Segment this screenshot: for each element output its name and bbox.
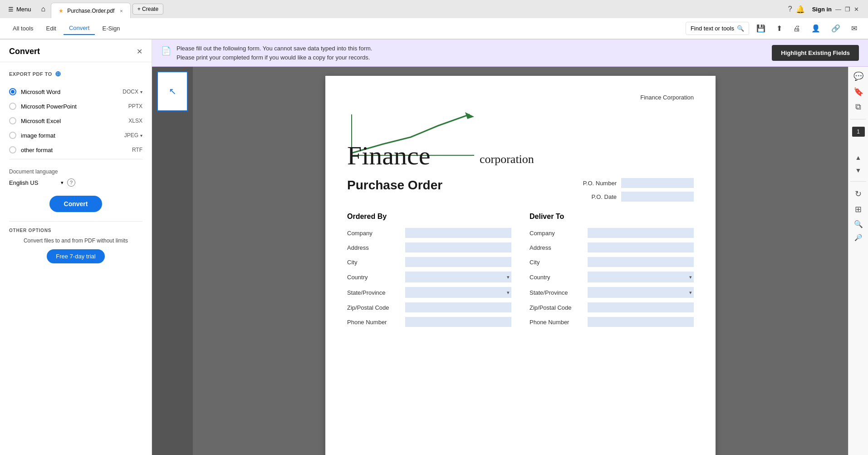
po-date-input[interactable]: [621, 192, 694, 202]
ob-country-dropdown[interactable]: ▾: [405, 272, 511, 282]
bookmark-icon[interactable]: 🔖: [853, 87, 863, 97]
zoom-out-icon[interactable]: 🔎: [854, 234, 862, 241]
new-tab-button[interactable]: + Create: [132, 4, 163, 15]
minimize-button[interactable]: —: [835, 6, 841, 13]
dt-company-row: Company: [530, 228, 694, 238]
radio-image[interactable]: [9, 132, 16, 139]
share-icon[interactable]: ⬆: [773, 21, 786, 35]
help-icon-lang[interactable]: ?: [67, 178, 75, 187]
maximize-button[interactable]: ❐: [845, 6, 850, 13]
help-icon[interactable]: ?: [788, 5, 792, 13]
dt-phone-input[interactable]: [588, 317, 694, 327]
corporation-text: corporation: [480, 153, 534, 166]
image-format-text: JPEG: [124, 132, 138, 138]
add-export-icon[interactable]: ⊕: [55, 69, 61, 78]
dt-zip-input[interactable]: [588, 302, 694, 312]
pdf-scroll-area[interactable]: Finance Corporation Finance: [193, 67, 848, 455]
radio-other[interactable]: [9, 146, 16, 153]
ob-zip-input[interactable]: [405, 302, 511, 312]
convert-button[interactable]: Convert: [64, 22, 95, 35]
po-number-input[interactable]: [621, 178, 694, 188]
data-grid-icon[interactable]: ⊞: [855, 204, 862, 214]
notification-text: 📄 Please fill out the following form. Yo…: [161, 44, 372, 62]
deliver-to-section: Deliver To Company Address City: [530, 213, 694, 331]
home-button[interactable]: ⌂: [38, 3, 49, 15]
dt-city-label: City: [530, 259, 584, 266]
save-icon[interactable]: 💾: [753, 21, 769, 35]
browser-chrome: ☰ Menu ⌂ ★ Purchase.Order.pdf × + Create…: [0, 0, 868, 40]
radio-word[interactable]: [9, 88, 16, 95]
image-format[interactable]: JPEG ▾: [124, 132, 142, 138]
find-button[interactable]: Find text or tools 🔍: [686, 22, 749, 35]
dt-country-dropdown[interactable]: ▾: [588, 272, 694, 282]
ordered-by-title: Ordered By: [347, 213, 511, 221]
scroll-up-icon[interactable]: ▲: [855, 154, 862, 161]
ob-state-dropdown[interactable]: ▾: [405, 287, 511, 298]
radio-pptx[interactable]: [9, 103, 16, 110]
dt-city-input[interactable]: [588, 257, 694, 267]
finance-text: Finance: [347, 143, 431, 169]
edit-button[interactable]: Edit: [41, 22, 62, 35]
export-option-excel[interactable]: Microsoft Excel XLSX: [9, 114, 142, 128]
export-option-image[interactable]: image format JPEG ▾: [9, 128, 142, 143]
zoom-in-icon[interactable]: 🔍: [854, 220, 863, 228]
dt-state-dropdown[interactable]: ▾: [588, 287, 694, 298]
export-option-pptx[interactable]: Microsoft PowerPoint PPTX: [9, 99, 142, 114]
company-name-top: Finance Corporation: [347, 94, 694, 101]
all-tools-button[interactable]: All tools: [7, 22, 39, 35]
other-format: RTF: [132, 147, 142, 153]
right-tools-panel: 💬 🔖 ⧉ 1 ▲ ▼ ↻ ⊞ 🔍 🔎: [848, 67, 868, 455]
pdf-thumbnail-1[interactable]: ↖: [157, 71, 188, 111]
language-dropdown[interactable]: English US ▾: [9, 179, 64, 186]
dt-address-input[interactable]: [588, 242, 694, 252]
active-tab[interactable]: ★ Purchase.Order.pdf ×: [51, 3, 131, 18]
ob-company-input[interactable]: [405, 228, 511, 238]
account-icon[interactable]: 👤: [808, 21, 824, 35]
panel-header: Convert ✕: [0, 40, 152, 62]
tab-close-button[interactable]: ×: [120, 8, 123, 14]
menu-button[interactable]: ☰ Menu: [4, 4, 36, 15]
link-icon[interactable]: 🔗: [828, 21, 844, 35]
word-label: Microsoft Word: [21, 89, 60, 95]
panel-title: Convert: [9, 47, 40, 56]
esign-button[interactable]: E-Sign: [97, 22, 125, 35]
layers-icon[interactable]: ⧉: [855, 102, 861, 112]
scroll-down-icon[interactable]: ▼: [855, 167, 862, 174]
ob-address-label: Address: [347, 244, 402, 251]
highlight-existing-fields-button[interactable]: Highlight Existing Fields: [772, 45, 859, 61]
notification-icon[interactable]: 🔔: [796, 5, 805, 14]
toolbar-right: Find text or tools 🔍 💾 ⬆ 🖨 👤 🔗 ✉: [686, 21, 861, 35]
pptx-label: Microsoft PowerPoint: [21, 103, 77, 110]
ob-country-dropdown-arrow: ▾: [507, 274, 510, 280]
refresh-icon[interactable]: ↻: [855, 189, 862, 199]
dt-state-label: State/Province: [530, 289, 584, 296]
ob-state-label: State/Province: [347, 289, 402, 296]
sign-in-button[interactable]: Sign in: [812, 6, 832, 13]
po-date-row: P.O. Date: [580, 192, 694, 202]
trial-button[interactable]: Free 7-day trial: [47, 249, 104, 263]
chat-icon[interactable]: 💬: [853, 71, 863, 81]
mail-icon[interactable]: ✉: [848, 21, 861, 35]
export-label-text: EXPORT PDF TO: [9, 71, 52, 77]
pdf-viewer: 📄 Please fill out the following form. Yo…: [152, 40, 868, 455]
pptx-format: PPTX: [128, 103, 142, 109]
word-format[interactable]: DOCX ▾: [123, 89, 142, 95]
panel-close-button[interactable]: ✕: [137, 47, 142, 56]
ob-phone-input[interactable]: [405, 317, 511, 327]
dt-country-dropdown-arrow: ▾: [689, 274, 692, 280]
dt-company-input[interactable]: [588, 228, 694, 238]
radio-excel[interactable]: [9, 117, 16, 124]
po-fields: P.O. Number P.O. Date: [580, 178, 694, 202]
star-icon: ★: [59, 8, 64, 14]
word-dropdown-icon: ▾: [140, 89, 142, 94]
export-option-word[interactable]: Microsoft Word DOCX ▾: [9, 84, 142, 99]
ob-city-input[interactable]: [405, 257, 511, 267]
ob-company-row: Company: [347, 228, 511, 238]
close-button[interactable]: ✕: [854, 6, 859, 13]
ob-address-input[interactable]: [405, 242, 511, 252]
dt-phone-row: Phone Number: [530, 317, 694, 327]
convert-action-button[interactable]: Convert: [49, 196, 103, 212]
print-icon[interactable]: 🖨: [790, 22, 804, 35]
search-icon: 🔍: [737, 25, 744, 32]
export-option-other[interactable]: other format RTF: [9, 143, 142, 157]
